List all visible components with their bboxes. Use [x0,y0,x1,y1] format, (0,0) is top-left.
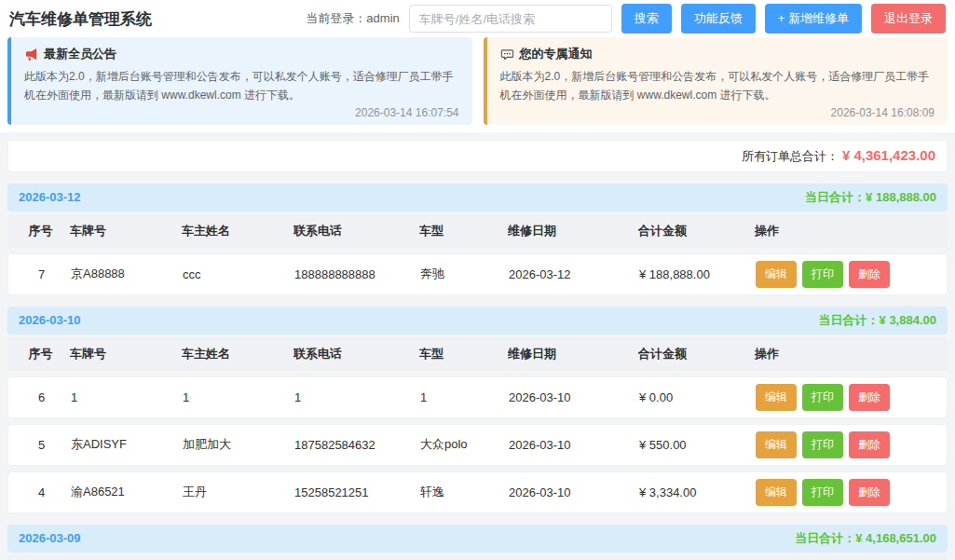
cell-owner: 加肥加大 [183,436,294,453]
cell-date: 2026-03-10 [509,485,639,499]
column-header-seq: 序号 [28,346,70,362]
cell-actions: 编辑 打印 删除 [756,479,937,506]
edit-button[interactable]: 编辑 [756,384,797,411]
order-section: 2026-03-09 当日合计：¥ 4,168,651.00 序号 车牌号 车主… [7,525,948,560]
daily-total: 当日合计：¥ 4,168,651.00 [795,530,936,547]
print-button[interactable]: 打印 [802,431,843,458]
column-header-phone: 联系电话 [293,223,419,239]
delete-button[interactable]: 删除 [849,431,890,458]
cell-actions: 编辑 打印 删除 [756,261,937,288]
daily-total-amount: ¥ 4,168,651.00 [855,531,936,545]
cell-phone: 1 [294,390,420,404]
search-button[interactable]: 搜索 [621,4,672,34]
section-header: 2026-03-09 当日合计：¥ 4,168,651.00 [7,525,948,553]
add-repair-order-button[interactable]: + 新增维修单 [765,4,862,34]
print-button[interactable]: 打印 [802,261,843,288]
daily-total-amount: ¥ 3,884.00 [880,313,936,327]
cell-phone: 15258521251 [294,485,420,499]
search-input[interactable] [409,5,612,33]
cell-plate: 1 [71,390,183,404]
speech-bubble-icon [500,48,514,61]
megaphone-icon [24,48,38,61]
daily-total-label: 当日合计： [819,313,880,327]
column-header-amount: 合计金额 [638,346,755,362]
grand-total-label: 所有订单总合计： [742,149,839,163]
edit-button[interactable]: 编辑 [756,431,797,458]
daily-total-label: 当日合计： [795,531,855,545]
column-header-plate: 车牌号 [70,223,182,239]
header-toolbar: 当前登录：admin 搜索 功能反馈 + 新增维修单 退出登录 [306,4,946,34]
feedback-button[interactable]: 功能反馈 [681,4,756,34]
cell-seq: 5 [29,438,71,452]
cell-seq: 7 [29,267,71,281]
section-date: 2026-03-09 [19,531,81,545]
section-date: 2026-03-12 [19,190,81,204]
delete-button[interactable]: 删除 [849,261,890,288]
cell-model: 奔驰 [420,266,509,282]
top-zone: 汽车维修单管理系统 当前登录：admin 搜索 功能反馈 + 新增维修单 退出登… [0,0,955,132]
cell-plate: 东ADISYF [71,436,183,453]
logout-button[interactable]: 退出登录 [871,4,946,34]
cell-model: 1 [420,390,509,404]
column-header-model: 车型 [419,223,508,239]
print-button[interactable]: 打印 [802,479,843,506]
announcement-card: 最新全员公告 此版本为2.0，新增后台账号管理和公告发布，可以私发个人账号，适合… [7,37,472,125]
cell-phone: 188888888888 [294,267,420,281]
cell-owner: 王丹 [183,484,294,500]
table-header-row: 序号 车牌号 车主姓名 联系电话 车型 维修日期 合计金额 操作 [7,555,948,560]
daily-total-label: 当日合计： [805,190,866,204]
column-header-actions: 操作 [755,223,938,239]
table-row: 4 渝A86521 王丹 15258521251 轩逸 2026-03-10 ¥… [7,471,948,513]
delete-button[interactable]: 删除 [849,479,890,506]
cell-plate: 京A88888 [71,266,183,282]
cell-amount: ¥ 550.00 [639,438,756,452]
cell-actions: 编辑 打印 删除 [756,384,937,411]
daily-total: 当日合计：¥ 188,888.00 [805,189,936,206]
announcement-title: 最新全员公告 [44,46,116,62]
cell-amount: ¥ 188,888.00 [639,267,756,281]
cell-amount: ¥ 3,334.00 [639,485,756,499]
table-header-row: 序号 车牌号 车主姓名 联系电话 车型 维修日期 合计金额 操作 [7,337,948,371]
column-header-amount: 合计金额 [638,223,755,239]
section-header: 2026-03-12 当日合计：¥ 188,888.00 [7,184,948,212]
column-header-plate: 车牌号 [70,346,182,362]
personal-notice-body: 此版本为2.0，新增后台账号管理和公告发布，可以私发个人账号，适合修理厂员工带手… [500,67,935,105]
current-login-label: 当前登录： [306,11,366,25]
app-title: 汽车维修单管理系统 [9,8,152,30]
cell-date: 2026-03-12 [509,267,639,281]
notice-row: 最新全员公告 此版本为2.0，新增后台账号管理和公告发布，可以私发个人账号，适合… [0,35,955,127]
cell-owner: 1 [183,390,294,404]
table-row: 6 1 1 1 1 2026-03-10 ¥ 0.00 编辑 打印 删除 [7,376,948,418]
cell-model: 轩逸 [420,484,509,500]
column-header-model: 车型 [419,346,508,362]
cell-seq: 6 [29,390,71,404]
app-header: 汽车维修单管理系统 当前登录：admin 搜索 功能反馈 + 新增维修单 退出登… [0,0,955,35]
announcement-title-row: 最新全员公告 [24,46,459,62]
delete-button[interactable]: 删除 [849,384,890,411]
edit-button[interactable]: 编辑 [756,261,797,288]
announcement-body: 此版本为2.0，新增后台账号管理和公告发布，可以私发个人账号，适合修理厂员工带手… [24,67,459,105]
announcement-timestamp: 2026-03-14 16:07:54 [24,106,459,119]
cell-amount: ¥ 0.00 [639,390,756,404]
cell-phone: 187582584632 [294,438,420,452]
column-header-owner: 车主姓名 [182,346,293,362]
current-login-user: admin [366,11,399,25]
cell-owner: ccc [183,267,294,281]
edit-button[interactable]: 编辑 [756,479,797,506]
order-section: 2026-03-10 当日合计：¥ 3,884.00 序号 车牌号 车主姓名 联… [7,307,948,513]
column-header-owner: 车主姓名 [182,223,293,239]
grand-total-bar: 所有订单总合计：¥ 4,361,423.00 [7,140,948,172]
daily-total: 当日合计：¥ 3,884.00 [819,312,936,329]
print-button[interactable]: 打印 [802,384,843,411]
column-header-date: 维修日期 [508,346,638,362]
cell-actions: 编辑 打印 删除 [756,431,937,458]
column-header-phone: 联系电话 [293,346,419,362]
personal-notice-card: 您的专属通知 此版本为2.0，新增后台账号管理和公告发布，可以私发个人账号，适合… [484,37,948,125]
column-header-seq: 序号 [28,223,70,239]
section-date: 2026-03-10 [19,313,81,327]
current-login: 当前登录：admin [306,10,399,27]
daily-total-amount: ¥ 188,888.00 [866,190,936,204]
cell-date: 2026-03-10 [509,390,639,404]
column-header-actions: 操作 [755,346,938,362]
personal-notice-title: 您的专属通知 [520,46,593,62]
